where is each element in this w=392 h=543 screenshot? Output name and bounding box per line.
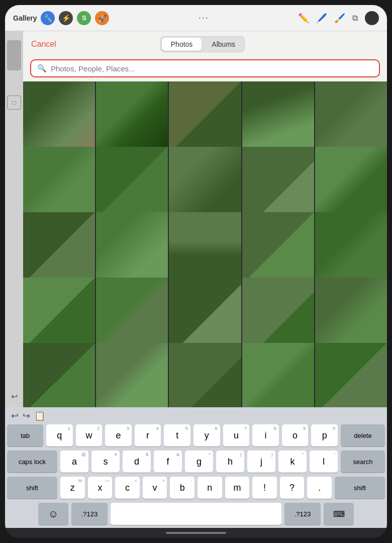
photo-cell[interactable] — [23, 212, 95, 284]
scroll-thumb[interactable] — [7, 40, 21, 70]
key-l[interactable]: 'l — [310, 450, 338, 473]
photo-cell[interactable] — [23, 81, 95, 153]
key-x[interactable]: —x — [88, 477, 113, 499]
cancel-button[interactable]: Cancel — [31, 40, 56, 49]
wrench-icon[interactable]: 🔧 — [41, 11, 55, 25]
left-sidebar: □ ↩ — [5, 31, 23, 407]
photos-tab[interactable]: Photos — [162, 38, 202, 51]
keyboard-dismiss-key[interactable]: ⌨ — [324, 503, 354, 525]
gallery-label: Gallery — [13, 14, 37, 22]
photo-cell[interactable] — [169, 212, 241, 284]
search-input[interactable] — [51, 64, 373, 73]
keyboard-row-1: tab 1q 2w 3e 4r 5t 6y 7u 8i 9o 0p delete — [7, 424, 385, 446]
key-f[interactable]: &f — [154, 450, 182, 473]
num-right-key[interactable]: .?123 — [284, 503, 321, 525]
key-a[interactable]: @a — [60, 450, 88, 473]
emoji-key[interactable]: ☺ — [38, 503, 68, 525]
top-bar: Gallery 🔧 ⚡ S 🚀 ··· ✏️ 🖊️ 🖌️ ⧉ — [5, 5, 387, 31]
photo-cell[interactable] — [96, 278, 168, 349]
key-j[interactable]: )j — [247, 450, 275, 473]
keyboard-toolbar: ↩ ↪ 📋 — [7, 410, 385, 424]
copy-icon[interactable]: ⧉ — [352, 14, 358, 23]
key-c[interactable]: cc — [115, 477, 140, 499]
key-m[interactable]: m — [225, 477, 250, 499]
photo-cell[interactable] — [242, 81, 314, 153]
space-key[interactable] — [111, 503, 281, 525]
tab-key[interactable]: tab — [7, 424, 43, 446]
undo-icon[interactable]: ↩ — [7, 389, 21, 403]
shift-left-key[interactable]: shift — [7, 477, 57, 499]
key-w[interactable]: 2w — [76, 424, 103, 446]
camera-button[interactable] — [365, 11, 379, 25]
photo-grid — [23, 81, 387, 407]
redo-toolbar-icon[interactable]: ↪ — [23, 410, 30, 421]
picker-header: Cancel Photos Albums — [23, 31, 387, 56]
key-r[interactable]: 4r — [135, 424, 161, 446]
keyboard-rows: tab 1q 2w 3e 4r 5t 6y 7u 8i 9o 0p delete… — [7, 424, 385, 525]
photo-cell[interactable] — [96, 343, 168, 407]
key-i[interactable]: 8i — [252, 424, 279, 446]
photo-cell[interactable] — [169, 81, 241, 153]
photo-cell[interactable] — [242, 147, 314, 219]
caps-lock-key[interactable]: caps lock — [7, 450, 57, 473]
photo-cell[interactable] — [169, 343, 241, 407]
key-s[interactable]: #s — [91, 450, 120, 473]
paste-toolbar-icon[interactable]: 📋 — [34, 410, 45, 421]
home-bar — [166, 532, 226, 534]
top-bar-center: ··· — [109, 13, 298, 23]
key-period[interactable]: . — [307, 477, 332, 499]
photo-cell[interactable] — [242, 278, 314, 349]
key-h[interactable]: (h — [216, 450, 244, 473]
key-g[interactable]: *g — [185, 450, 213, 473]
key-q[interactable]: 1q — [46, 424, 73, 446]
pen-icon[interactable]: ✏️ — [298, 13, 309, 24]
search-icon: 🔍 — [37, 64, 47, 73]
sidebar-square-icon[interactable]: □ — [7, 96, 21, 110]
photo-cell[interactable] — [23, 343, 95, 407]
photo-cell[interactable] — [23, 278, 95, 349]
photo-cell[interactable] — [315, 147, 387, 219]
undo-toolbar-icon[interactable]: ↩ — [11, 410, 19, 421]
num-left-key[interactable]: .?123 — [71, 503, 108, 525]
shift-right-key[interactable]: shift — [335, 477, 385, 499]
photo-cell[interactable] — [169, 278, 241, 349]
keyboard-row-4: ☺ .?123 .?123 ⌨ — [7, 503, 385, 525]
key-z[interactable]: %z — [60, 477, 85, 499]
key-p[interactable]: 0p — [311, 424, 338, 446]
photo-cell[interactable] — [23, 147, 95, 219]
photo-cell[interactable] — [315, 343, 387, 407]
key-o[interactable]: 9o — [282, 424, 309, 446]
key-k[interactable]: "k — [278, 450, 307, 473]
nib-icon[interactable]: 🖊️ — [316, 13, 327, 24]
key-b[interactable]: ·b — [170, 477, 194, 499]
key-y[interactable]: 6y — [193, 424, 220, 446]
key-t[interactable]: 5t — [164, 424, 190, 446]
search-bar-wrap: 🔍 — [23, 56, 387, 81]
albums-tab[interactable]: Albums — [203, 37, 244, 52]
photo-cell[interactable] — [242, 212, 314, 284]
home-indicator — [5, 528, 387, 538]
photo-cell[interactable] — [96, 212, 168, 284]
search-bar: 🔍 — [30, 59, 380, 77]
key-exclaim[interactable]: ! — [252, 477, 277, 499]
key-n[interactable]: n — [198, 477, 222, 499]
key-d[interactable]: $d — [123, 450, 151, 473]
photo-cell[interactable] — [315, 278, 387, 349]
more-options-icon[interactable]: ··· — [199, 13, 209, 23]
key-question[interactable]: ? — [280, 477, 305, 499]
search-key[interactable]: search — [341, 450, 385, 473]
lightning-icon[interactable]: ⚡ — [59, 11, 73, 25]
key-v[interactable]: vv — [143, 477, 167, 499]
photo-cell[interactable] — [242, 343, 314, 407]
photo-cell[interactable] — [96, 147, 168, 219]
delete-key[interactable]: delete — [341, 424, 385, 446]
key-e[interactable]: 3e — [105, 424, 132, 446]
photo-cell[interactable] — [96, 81, 168, 153]
photo-cell[interactable] — [315, 81, 387, 153]
rocket-icon[interactable]: 🚀 — [95, 11, 109, 25]
brush-icon[interactable]: 🖌️ — [334, 13, 345, 24]
key-u[interactable]: 7u — [223, 424, 250, 446]
photo-cell[interactable] — [169, 147, 241, 219]
photo-cell[interactable] — [315, 212, 387, 284]
s-icon[interactable]: S — [77, 11, 91, 25]
